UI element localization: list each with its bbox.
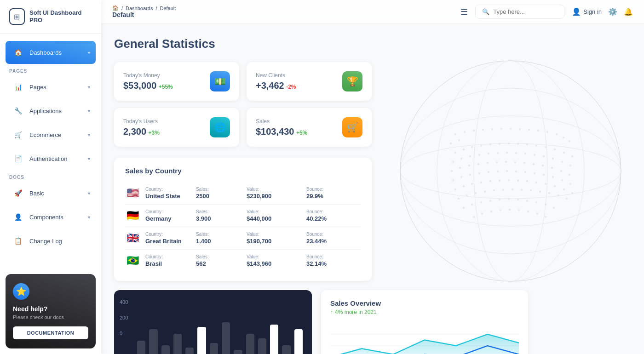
svg-point-33 [554, 148, 556, 150]
bottom-charts: 400 200 0 Sales Overview ↑ 4% more in 20… [114, 290, 528, 354]
svg-point-7 [464, 131, 466, 133]
svg-point-34 [563, 152, 565, 154]
sidebar: ⊞ Soft UI Dashboard PRO 🏠 Dashboards ▾ P… [0, 0, 101, 354]
svg-point-26 [489, 143, 491, 145]
sidebar-item-components[interactable]: 👤 Components ▾ [6, 206, 96, 228]
chart-bar [246, 334, 254, 354]
sidebar-item-label: Basic [29, 190, 83, 197]
svg-point-115 [553, 207, 555, 209]
svg-point-19 [569, 140, 570, 142]
stat-card-users: Today's Users 2,300 +3% 🌐 [114, 108, 239, 147]
documentation-button[interactable]: DOCUMENTATION [13, 326, 88, 339]
help-title: Need help? [13, 305, 88, 313]
svg-point-15 [537, 130, 539, 131]
page-title: General Statistics [114, 37, 631, 51]
svg-point-52 [468, 165, 470, 166]
chart-bar [210, 343, 218, 354]
svg-point-94 [475, 192, 477, 194]
search-bar: 🔍 [475, 5, 564, 19]
svg-point-70 [506, 170, 508, 172]
sidebar-item-basic[interactable]: 🚀 Basic ▾ [6, 182, 96, 205]
svg-point-1 [474, 61, 547, 281]
breadcrumb: 🏠 / Dashboards / Default Default [112, 5, 453, 18]
country-bounce-col: Bounce: 23.44% [306, 232, 348, 245]
sidebar-item-pages[interactable]: 📊 Pages ▾ [6, 75, 96, 98]
svg-point-39 [478, 154, 480, 156]
sidebar-item-dashboards[interactable]: 🏠 Dashboards ▾ [6, 41, 96, 64]
svg-point-85 [517, 180, 519, 182]
gear-icon: ⚙️ [608, 7, 617, 16]
sidebar-item-applications[interactable]: 🔧 Applications ▾ [6, 99, 96, 122]
svg-point-90 [563, 188, 565, 190]
notifications-button[interactable]: 🔔 [624, 7, 633, 16]
country-value-col: Value: $143,960 [247, 254, 297, 267]
svg-point-55 [496, 161, 498, 163]
svg-point-27 [499, 143, 500, 145]
chart-bar [294, 329, 303, 354]
svg-point-95 [484, 191, 486, 193]
svg-point-4 [400, 116, 621, 226]
breadcrumb-sep2: / [155, 6, 157, 11]
svg-point-45 [534, 154, 535, 156]
header: 🏠 / Dashboards / Default Default ☰ 🔍 👤 S… [101, 0, 644, 24]
logo-icon: ⊞ [9, 8, 25, 25]
components-icon: 👤 [11, 210, 25, 224]
svg-point-107 [480, 201, 482, 203]
search-input[interactable] [493, 8, 558, 15]
breadcrumb-current: Default [160, 6, 176, 11]
svg-point-76 [561, 179, 563, 181]
flag-gb: 🇬🇧 [125, 232, 140, 244]
sidebar-item-authentication[interactable]: 📄 Authentication ▾ [6, 147, 96, 170]
user-icon: 👤 [572, 7, 581, 16]
hamburger-menu-icon[interactable]: ☰ [460, 7, 468, 17]
svg-point-124 [545, 216, 546, 218]
svg-point-91 [571, 192, 573, 194]
sidebar-item-ecommerce[interactable]: 🛒 Ecommerce ▾ [6, 123, 96, 146]
svg-point-2 [437, 61, 584, 281]
stat-users-info: Today's Users 2,300 +3% [123, 118, 160, 137]
svg-point-117 [481, 213, 483, 215]
settings-button[interactable]: ⚙️ [608, 7, 617, 16]
sidebar-item-label: Components [29, 214, 83, 221]
sidebar-logo: ⊞ Soft UI Dashboard PRO [0, 0, 101, 34]
country-sales-col: Sales: 2500 [196, 187, 237, 200]
chart-bar [197, 327, 206, 354]
svg-point-64 [452, 179, 454, 181]
svg-point-98 [512, 188, 513, 190]
chart-bar [185, 348, 194, 354]
search-icon: 🔍 [482, 8, 489, 15]
svg-point-17 [556, 133, 558, 135]
chevron-icon: ▾ [88, 108, 90, 114]
stat-money-icon: 💵 [210, 71, 230, 91]
svg-point-82 [489, 180, 491, 182]
svg-point-24 [471, 146, 473, 148]
header-actions: 👤 Sign in ⚙️ 🔔 [572, 7, 633, 16]
pages-icon: 📊 [11, 80, 25, 94]
svg-point-25 [480, 145, 482, 147]
sidebar-item-changelog[interactable]: 📋 Change Log [6, 229, 96, 252]
svg-point-122 [527, 211, 529, 212]
svg-point-97 [502, 189, 504, 191]
svg-point-92 [458, 198, 460, 200]
sign-in-button[interactable]: 👤 Sign in [572, 7, 602, 16]
svg-point-73 [534, 172, 535, 174]
pages-section-label: PAGES [6, 65, 96, 75]
country-value-col: Value: $230,900 [247, 187, 297, 200]
country-data-br: Country: Brasil Sales: 562 Value: $143,9… [145, 254, 361, 267]
svg-point-30 [526, 143, 528, 145]
ecommerce-icon: 🛒 [11, 128, 25, 142]
svg-point-11 [500, 128, 502, 130]
help-subtitle: Please check our docs [13, 314, 88, 320]
sidebar-nav: 🏠 Dashboards ▾ PAGES 📊 Pages ▾ 🔧 Applica… [0, 34, 101, 268]
flag-br: 🇧🇷 [125, 255, 140, 267]
country-bounce-col: Bounce: 40.22% [306, 209, 348, 222]
country-name-col: Country: Germany [145, 209, 187, 222]
svg-point-83 [499, 180, 500, 182]
stat-money-label: Today's Money [123, 72, 173, 79]
stat-clients-label: New Clients [256, 72, 296, 79]
sidebar-item-label: Authentication [29, 155, 83, 162]
svg-point-99 [521, 189, 523, 191]
breadcrumb-dashboards: Dashboards [126, 6, 153, 11]
stat-sales-info: Sales $103,430 +5% [256, 118, 307, 137]
svg-point-68 [488, 171, 489, 173]
